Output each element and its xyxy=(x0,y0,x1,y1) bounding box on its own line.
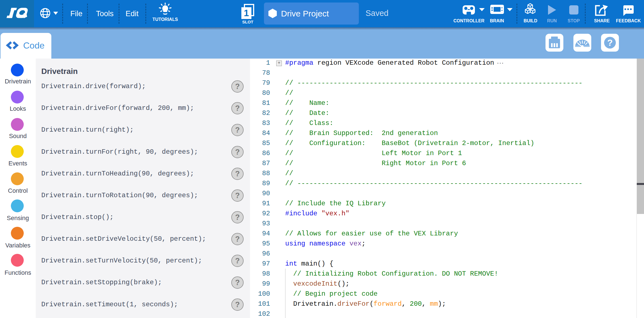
svg-text:1: 1 xyxy=(244,8,249,18)
svg-text:?: ? xyxy=(607,38,613,48)
